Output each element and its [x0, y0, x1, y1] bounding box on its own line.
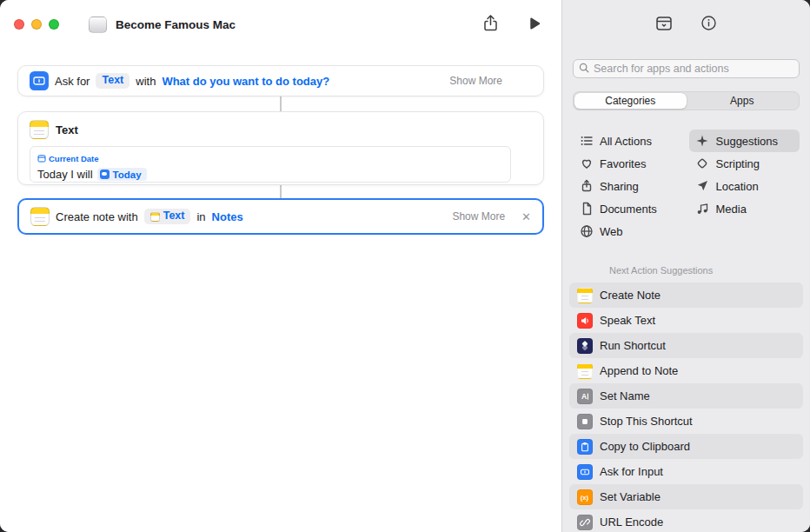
document-icon: [579, 202, 594, 216]
action-text: with: [136, 75, 156, 88]
category-documents[interactable]: Documents: [573, 197, 684, 220]
shortcuts-icon: [577, 338, 593, 354]
note-body-token[interactable]: Text: [144, 209, 191, 225]
suggestion-copy-to-clipboard[interactable]: Copy to Clipboard: [569, 434, 803, 459]
close-window-button[interactable]: [14, 19, 24, 30]
share-button[interactable]: [476, 13, 504, 36]
category-scripting[interactable]: Scripting: [689, 152, 800, 175]
run-shortcut-button[interactable]: [520, 13, 548, 36]
action-card-text[interactable]: Text Current Date Today I will Today: [17, 111, 544, 185]
svg-text:A: A: [581, 392, 587, 401]
target-app-parameter[interactable]: Notes: [212, 210, 243, 223]
zoom-window-button[interactable]: [49, 19, 59, 30]
calendar-icon: [37, 154, 46, 163]
input-variable-icon: [100, 170, 110, 179]
suggestion-ask-for-input[interactable]: Ask for Input: [569, 459, 803, 484]
suggestions-list: Create Note Speak Text Run Shortcut: [569, 283, 803, 532]
heart-icon: [579, 156, 594, 170]
variable-token-today[interactable]: Today: [97, 168, 147, 181]
category-suggestions[interactable]: Suggestions: [689, 130, 800, 152]
suggestion-speak-text[interactable]: Speak Text: [569, 308, 803, 333]
search-icon: [579, 61, 589, 76]
suggestions-header: Next Action Suggestions: [609, 265, 800, 276]
svg-text:(x): (x): [581, 493, 589, 501]
action-title: Text: [56, 123, 78, 136]
action-card-create-note[interactable]: Create note with Text in Notes Show More…: [17, 198, 544, 235]
input-type-token[interactable]: Text: [96, 73, 129, 90]
input-icon: [577, 464, 593, 480]
action-card-ask-for-input[interactable]: Ask for Text with What do you want to do…: [17, 65, 544, 96]
tab-categories[interactable]: Categories: [574, 93, 687, 109]
action-connector: [280, 96, 282, 111]
text-variable-icon: [150, 212, 160, 222]
text-content-field[interactable]: Current Date Today I will Today: [30, 146, 511, 183]
note-icon: [577, 288, 593, 303]
stop-icon: [577, 414, 593, 429]
action-library-icon: [655, 16, 673, 34]
categories-grid: All Actions Suggestions Favorites: [573, 130, 800, 243]
shortcut-document-icon: [89, 17, 107, 33]
clipboard-icon: [577, 439, 593, 455]
show-more-button[interactable]: Show More: [449, 75, 502, 87]
category-favorites[interactable]: Favorites: [573, 152, 684, 175]
category-empty-cell: [689, 220, 800, 243]
note-icon: [577, 363, 593, 379]
ask-for-input-icon: [30, 71, 49, 90]
action-text: Create note with: [56, 210, 138, 223]
action-library-sidebar: Categories Apps All Actions Suggestions: [561, 0, 810, 532]
suggestion-set-variable[interactable]: (x) Set Variable: [569, 484, 803, 509]
speaker-icon: [577, 313, 593, 329]
search-input[interactable]: [594, 63, 793, 75]
info-button[interactable]: [695, 13, 723, 36]
suggestion-stop-this-shortcut[interactable]: Stop This Shortcut: [569, 409, 803, 434]
text-content[interactable]: Today I will: [37, 168, 93, 181]
sidebar-toolbar: [562, 0, 810, 49]
library-tab-switcher: Categories Apps: [573, 91, 800, 110]
tab-apps[interactable]: Apps: [687, 93, 799, 109]
globe-icon: [579, 224, 594, 238]
suggestion-run-shortcut[interactable]: Run Shortcut: [569, 333, 803, 358]
variable-hint: Current Date: [37, 154, 99, 163]
navigation-icon: [695, 179, 710, 193]
text-action-icon: [30, 120, 49, 139]
category-all-actions[interactable]: All Actions: [573, 130, 684, 152]
category-location[interactable]: Location: [689, 175, 800, 197]
suggestion-create-note[interactable]: Create Note: [569, 283, 803, 308]
prompt-parameter[interactable]: What do you want to do today?: [162, 75, 329, 88]
notes-app-icon: [30, 207, 50, 226]
suggestion-set-name[interactable]: A Set Name: [569, 383, 803, 409]
category-web[interactable]: Web: [573, 220, 684, 243]
search-field[interactable]: [573, 59, 800, 78]
variable-icon: (x): [577, 489, 593, 505]
list-icon: [579, 134, 594, 148]
share-icon: [579, 179, 594, 193]
music-note-icon: [695, 202, 710, 216]
editor-pane: Become Famous Mac: [0, 0, 561, 532]
remove-action-button[interactable]: ✕: [521, 211, 531, 223]
category-sharing[interactable]: Sharing: [573, 175, 684, 197]
action-text: in: [196, 210, 205, 223]
minimize-window-button[interactable]: [31, 19, 42, 30]
sparkle-icon: [695, 134, 710, 148]
action-text: Ask for: [55, 75, 90, 88]
info-icon: [700, 15, 717, 34]
category-media[interactable]: Media: [689, 197, 800, 220]
shortcuts-window: Become Famous Mac: [0, 0, 810, 532]
toolbar: Become Famous Mac: [0, 0, 561, 49]
play-icon: [528, 17, 541, 33]
link-icon: [577, 515, 593, 530]
action-connector: [280, 185, 282, 198]
suggestion-url-encode[interactable]: URL Encode: [569, 509, 803, 532]
action-library-toggle-button[interactable]: [650, 13, 678, 36]
lozenge-icon: [695, 156, 710, 170]
share-icon: [482, 14, 499, 35]
window-title: Become Famous Mac: [116, 18, 236, 31]
window-controls: [14, 19, 59, 30]
suggestion-append-to-note[interactable]: Append to Note: [569, 358, 803, 383]
workflow-canvas: Ask for Text with What do you want to do…: [0, 49, 561, 532]
rename-icon: A: [577, 389, 593, 404]
show-more-button[interactable]: Show More: [452, 210, 505, 223]
